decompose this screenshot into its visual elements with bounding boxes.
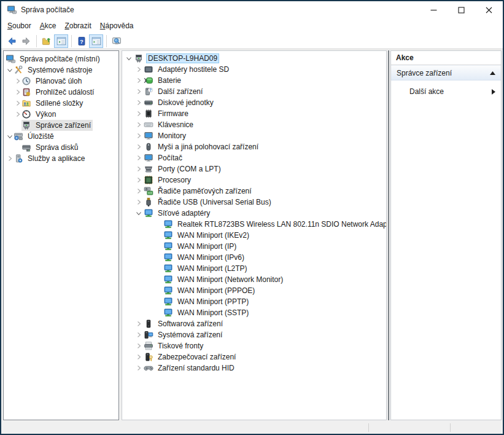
tree-item[interactable]: Prohlížeč událostí xyxy=(4,87,118,98)
tree-item[interactable]: Firmware xyxy=(122,108,386,119)
actions-pane-title: Akce xyxy=(391,51,501,65)
toolbar: ? xyxy=(1,33,503,49)
more-actions-item[interactable]: Další akce xyxy=(391,85,501,98)
tree-item[interactable]: Počítač xyxy=(122,152,386,163)
tree-item[interactable]: WAN Miniport (Network Monitor) xyxy=(122,274,386,285)
tree-item[interactable]: Diskové jednotky xyxy=(122,97,386,108)
show-action-pane-button[interactable] xyxy=(89,34,103,48)
chevron-right-icon[interactable] xyxy=(14,76,21,87)
maximize-button[interactable] xyxy=(448,1,475,18)
tree-item[interactable]: Sdílené složky xyxy=(4,98,118,109)
actions-section-header[interactable]: Správce zařízení xyxy=(391,65,501,80)
chevron-right-icon[interactable] xyxy=(134,86,144,97)
tree-item[interactable]: WAN Miniport (IPv6) xyxy=(122,252,386,263)
chevron-right-icon[interactable] xyxy=(134,75,144,86)
up-level-button[interactable] xyxy=(39,34,53,48)
tree-item[interactable]: Výkon xyxy=(4,109,118,120)
tree-item[interactable]: Zařízení standardu HID xyxy=(122,362,386,374)
tree-item[interactable]: WAN Miniport (SSTP) xyxy=(122,307,386,318)
tree-item[interactable]: Baterie xyxy=(122,75,386,86)
help-icon: ? xyxy=(77,36,87,46)
chevron-right-icon[interactable] xyxy=(134,141,144,152)
close-button[interactable] xyxy=(475,1,503,18)
network-adapter-icon xyxy=(144,208,153,218)
chevron-down-icon[interactable] xyxy=(6,131,14,142)
collapse-up-icon[interactable] xyxy=(490,71,495,75)
chevron-down-icon[interactable] xyxy=(124,53,134,64)
tree-item[interactable]: Řadiče USB (Universal Serial Bus) xyxy=(122,197,386,208)
tree-item[interactable]: Klávesnice xyxy=(122,119,386,130)
tree-item[interactable]: Zabezpečovací zařízení xyxy=(122,351,386,362)
tree-item[interactable]: WAN Miniport (PPTP) xyxy=(122,296,386,307)
tree-item[interactable]: Síťové adaptéry xyxy=(122,208,386,219)
chevron-right-icon[interactable] xyxy=(134,97,144,108)
tree-item[interactable]: Adaptéry hostitele SD xyxy=(122,64,386,75)
menu-soubor[interactable]: Soubor xyxy=(3,20,36,32)
network-adapter-icon xyxy=(163,297,173,307)
chevron-right-icon[interactable] xyxy=(134,340,144,351)
back-button[interactable] xyxy=(4,34,18,48)
chevron-right-icon[interactable] xyxy=(134,186,144,197)
tree-item[interactable]: WAN Miniport (IP) xyxy=(122,241,386,252)
tree-item[interactable]: Řadiče paměťových zařízení xyxy=(122,186,386,197)
tree-item[interactable]: Porty (COM a LPT) xyxy=(122,163,386,174)
tree-item[interactable]: Procesory xyxy=(122,174,386,186)
tree-item[interactable]: Správce zařízení xyxy=(4,120,118,131)
hid-device-icon xyxy=(144,363,153,373)
network-adapter-icon xyxy=(163,219,173,229)
chevron-right-icon[interactable] xyxy=(134,197,144,208)
chevron-right-icon[interactable] xyxy=(134,318,144,329)
help-button[interactable]: ? xyxy=(74,34,88,48)
chevron-right-icon[interactable] xyxy=(6,153,14,164)
software-device-icon xyxy=(144,319,153,329)
forward-button[interactable] xyxy=(19,34,33,48)
tree-item[interactable]: Monitory xyxy=(122,130,386,141)
tree-item[interactable]: Systémová zařízení xyxy=(122,329,386,340)
menu-zobrazit[interactable]: Zobrazit xyxy=(60,20,95,32)
chevron-right-icon[interactable] xyxy=(134,119,144,130)
tree-item[interactable]: Služby a aplikace xyxy=(4,153,118,164)
sd-host-adapter-icon xyxy=(144,65,153,74)
submenu-arrow-icon xyxy=(492,89,495,95)
minimize-button[interactable] xyxy=(420,1,448,18)
tree-item[interactable]: DESKTOP-L9HAD09 xyxy=(122,53,386,64)
tree-item[interactable]: Myši a jiná polohovací zařízení xyxy=(122,141,386,152)
chevron-down-icon[interactable] xyxy=(134,208,144,219)
tree-item[interactable]: Plánovač úloh xyxy=(4,76,118,87)
chevron-down-icon[interactable] xyxy=(6,65,14,76)
chevron-right-icon[interactable] xyxy=(14,109,21,120)
chevron-right-icon[interactable] xyxy=(134,174,144,186)
close-icon xyxy=(486,7,492,14)
tree-item[interactable]: Systémové nástroje xyxy=(4,65,118,76)
tree-item[interactable]: Úložiště xyxy=(4,131,118,142)
tree-item[interactable]: WAN Miniport (PPPOE) xyxy=(122,285,386,296)
expander-spacer xyxy=(153,241,163,252)
pane-splitter[interactable] xyxy=(388,50,389,420)
menu-napoveda[interactable]: Nápověda xyxy=(96,20,138,32)
chevron-right-icon[interactable] xyxy=(14,87,21,98)
chevron-right-icon[interactable] xyxy=(14,98,21,109)
monitor-icon xyxy=(144,131,153,141)
show-console-tree-button[interactable] xyxy=(54,34,68,48)
chevron-right-icon[interactable] xyxy=(134,152,144,163)
serial-port-icon xyxy=(144,164,153,174)
menu-akce[interactable]: Akce xyxy=(36,20,61,32)
tree-item[interactable]: WAN Miniport (IKEv2) xyxy=(122,230,386,241)
chevron-right-icon[interactable] xyxy=(134,108,144,119)
toolbar-separator xyxy=(71,35,72,47)
tree-item[interactable]: Softwarová zařízení xyxy=(122,318,386,329)
chevron-right-icon[interactable] xyxy=(134,64,144,75)
console-window-button[interactable] xyxy=(109,34,123,48)
tree-item[interactable]: Správa počítače (místní) xyxy=(4,53,118,65)
tree-item[interactable]: ?Další zařízení xyxy=(122,86,386,97)
chevron-right-icon[interactable] xyxy=(134,163,144,174)
tree-item[interactable]: Správa disků xyxy=(4,142,118,153)
tree-item[interactable]: WAN Miniport (L2TP) xyxy=(122,263,386,274)
security-device-icon xyxy=(144,352,153,362)
chevron-right-icon[interactable] xyxy=(134,362,144,374)
tree-item[interactable]: Tiskové fronty xyxy=(122,340,386,351)
chevron-right-icon[interactable] xyxy=(134,329,144,340)
tree-item[interactable]: Realtek RTL8723BS Wireless LAN 802.11n S… xyxy=(122,219,386,230)
chevron-right-icon[interactable] xyxy=(134,130,144,141)
chevron-right-icon[interactable] xyxy=(134,351,144,362)
